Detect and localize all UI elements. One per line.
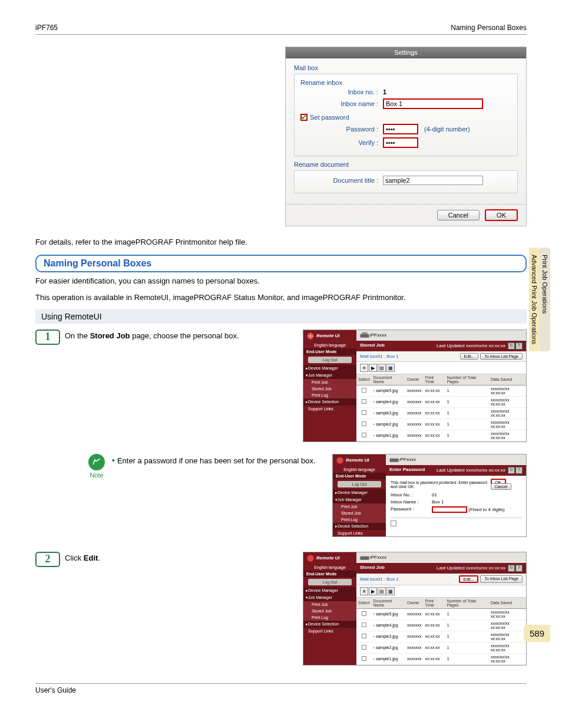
step-number-2: 2 (35, 552, 60, 567)
mode-label: End-User Mode (303, 348, 356, 355)
pw-cancel-button[interactable]: Cancel (491, 483, 512, 490)
svg-point-5 (307, 555, 313, 561)
svg-rect-4 (390, 458, 399, 462)
remoteui-screenshot-1: Remote UI English language End-User Mode… (303, 330, 527, 442)
toolbar: ✕▶▤▦ (356, 362, 526, 374)
header-left: iPF765 (35, 24, 58, 32)
note-icon (88, 454, 105, 470)
intro1: For easier identification, you can assig… (35, 276, 527, 286)
remoteui-screenshot-password: Remote UI English language End-User Mode… (332, 454, 527, 537)
logout-button[interactable]: Log Out (308, 357, 352, 363)
footer: User's Guide (35, 683, 527, 694)
password-hint: (4-digit number) (424, 126, 470, 133)
ok-button[interactable]: OK (485, 209, 518, 221)
remoteui-screenshot-2: Remote UI English language End-User Mode… (303, 552, 527, 666)
list-icon[interactable]: ▦ (386, 364, 395, 372)
inbox-no-label: Inbox no. : (300, 88, 383, 95)
svg-rect-1 (361, 334, 369, 337)
doc-icon[interactable]: ▤ (378, 364, 386, 372)
refresh-icon[interactable]: ↻ (508, 342, 515, 350)
back-icon[interactable] (391, 521, 396, 526)
settings-title: Settings (286, 47, 526, 58)
inbox-no-value: 1 (383, 88, 386, 95)
set-password-label: Set password (310, 114, 349, 121)
doc-title-label: Document title : (300, 177, 383, 184)
stored-job-title: Stored Job (360, 342, 385, 350)
enter-password-title: Enter Password (389, 467, 425, 474)
remoteui-logo: Remote UI (303, 330, 356, 342)
table-row: ▫ sample1.jpgxxxxxxxxx:xx:xx1xxxx/xx/xx … (356, 430, 526, 441)
note-text: •Enter a password if one has been set fo… (112, 454, 326, 465)
pw-input[interactable] (432, 506, 467, 513)
inbox-name-input[interactable] (383, 98, 483, 109)
set-password-checkbox[interactable]: Set password (300, 114, 349, 121)
step2-text: Click Edit. (65, 552, 297, 562)
language-link[interactable]: English language (303, 342, 356, 348)
inbox-list-button[interactable]: To Inbox List Page (480, 353, 523, 360)
password-label: Password : (300, 126, 383, 133)
step1-text: On the Stored Job page, choose the perso… (65, 330, 297, 340)
edit-button[interactable]: Edit... (460, 353, 479, 360)
doc-title-input[interactable] (383, 176, 483, 185)
nav-support-links[interactable]: Support Links (303, 406, 356, 412)
svg-rect-2 (362, 332, 368, 334)
nav-print-job[interactable]: Print Job (303, 379, 356, 386)
intro2: This operation is available in RemoteUI,… (35, 292, 527, 303)
device-name: iPFxxxx (356, 330, 526, 341)
last-updated: Last Updated xxxx/xx/xx xx:xx:xx (437, 343, 505, 348)
cancel-button[interactable]: Cancel (437, 210, 480, 220)
play-icon[interactable]: ▶ (369, 364, 377, 372)
sidetab-advanced-ops[interactable]: Advanced Print Job Operations (529, 248, 540, 351)
pw-message: This mail box is password protected. Ent… (391, 480, 491, 489)
step-2: 2 Click Edit. Remote UI English language… (35, 552, 527, 666)
globe-icon (306, 332, 315, 340)
checkbox-icon (300, 114, 308, 121)
mailbox-title: Mail box01 : Box 1 (360, 354, 399, 359)
table-row: ▫ sample3.jpgxxxxxxxxx:xx:xx1xxxx/xx/xx … (356, 407, 526, 419)
mailbox-label: Mail box (294, 64, 518, 71)
note-block: Note •Enter a password if one has been s… (88, 454, 527, 537)
inbox-name-label: Inbox name : (300, 100, 383, 107)
password-input[interactable] (383, 124, 418, 134)
verify-input[interactable] (383, 137, 418, 148)
edit-button-highlighted[interactable]: Edit... (459, 575, 479, 583)
printer-icon (359, 331, 370, 340)
nav-device-manager[interactable]: ▸Device Manager (303, 365, 356, 372)
rename-inbox-label: Rename inbox (300, 79, 511, 86)
rename-doc-label: Rename document (294, 161, 518, 168)
svg-point-3 (336, 457, 343, 463)
svg-rect-6 (361, 556, 369, 559)
step-1: 1 On the Stored Job page, choose the per… (35, 330, 527, 442)
table-row: ▫ sample2.jpgxxxxxxxxx:xx:xx1xxxx/xx/xx … (356, 419, 526, 430)
page-header: iPF765 Naming Personal Boxes (35, 24, 527, 35)
job-table: SelectDocument NameOwnerPrint TimeNumber… (356, 374, 526, 442)
note-label: Note (88, 472, 105, 479)
reference-text: For details, refer to the imagePROGRAF P… (35, 237, 527, 248)
step-number-1: 1 (35, 330, 60, 345)
side-tabs: Print Job Operations Advanced Print Job … (529, 248, 550, 354)
nav-stored-job[interactable]: Stored Job (303, 386, 356, 392)
nav-device-selection[interactable]: ▸Device Selection (303, 398, 356, 406)
nav-job-manager[interactable]: ▾Job Manager (303, 372, 356, 379)
sidetab-print-job-ops[interactable]: Print Job Operations (540, 248, 550, 351)
delete-icon[interactable]: ✕ (360, 364, 368, 372)
verify-label: Verify : (300, 139, 383, 146)
using-remoteui-heading: Using RemoteUI (35, 309, 527, 324)
header-right: Naming Personal Boxes (451, 24, 527, 32)
table-row: ▫ sample5.jpgxxxxxxxxx:xx:xx1xxxx/xx/xx … (356, 385, 526, 396)
table-row: ▫ sample4.jpgxxxxxxxxx:xx:xx1xxxx/xx/xx … (356, 396, 526, 407)
nav-print-log[interactable]: Print Log (303, 392, 356, 398)
heading-link[interactable]: Naming Personal Boxes (44, 258, 151, 268)
help-icon[interactable]: ? (515, 342, 523, 350)
page-number: 589 (524, 625, 550, 642)
section-heading: Naming Personal Boxes (35, 255, 527, 272)
settings-dialog: Settings Mail box Rename inbox Inbox no.… (285, 47, 527, 226)
